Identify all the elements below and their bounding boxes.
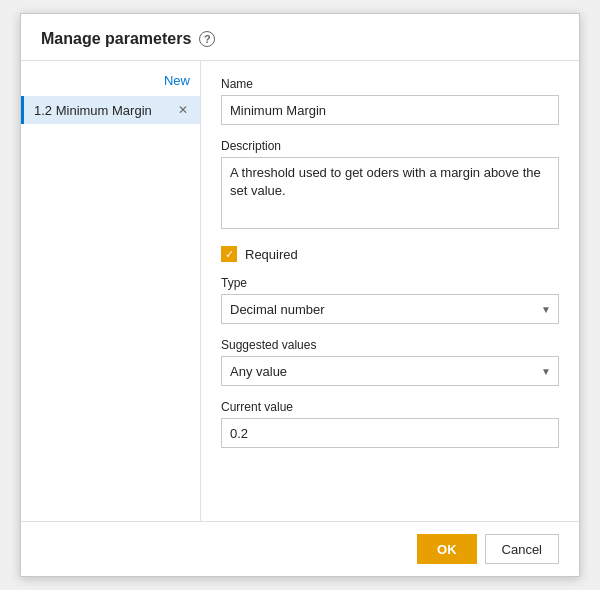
type-field-group: Type Decimal number Whole number Text Da… xyxy=(221,276,559,324)
help-icon[interactable]: ? xyxy=(199,31,215,47)
current-value-label: Current value xyxy=(221,400,559,414)
type-select-wrapper: Decimal number Whole number Text Date Da… xyxy=(221,294,559,324)
new-link[interactable]: New xyxy=(164,73,190,88)
type-label: Type xyxy=(221,276,559,290)
main-content: Name Description A threshold used to get… xyxy=(201,61,579,521)
dialog-title: Manage parameters xyxy=(41,30,191,48)
sidebar-header: New xyxy=(21,69,200,96)
suggested-values-field-group: Suggested values Any value List of value… xyxy=(221,338,559,386)
checkmark-icon: ✓ xyxy=(225,249,234,260)
required-label: Required xyxy=(245,247,298,262)
sidebar: New 1.2 Minimum Margin ✕ xyxy=(21,61,201,521)
sidebar-item-close-icon[interactable]: ✕ xyxy=(176,102,190,118)
description-input[interactable]: A threshold used to get oders with a mar… xyxy=(221,157,559,229)
current-value-field-group: Current value xyxy=(221,400,559,448)
description-label: Description xyxy=(221,139,559,153)
name-field-group: Name xyxy=(221,77,559,125)
current-value-input[interactable] xyxy=(221,418,559,448)
dialog-body: New 1.2 Minimum Margin ✕ Name Descriptio… xyxy=(21,61,579,521)
description-field-group: Description A threshold used to get oder… xyxy=(221,139,559,232)
required-row: ✓ Required xyxy=(221,246,559,262)
required-checkbox[interactable]: ✓ xyxy=(221,246,237,262)
suggested-values-select-wrapper: Any value List of values Range ▼ xyxy=(221,356,559,386)
suggested-values-select[interactable]: Any value List of values Range xyxy=(221,356,559,386)
name-label: Name xyxy=(221,77,559,91)
dialog-header: Manage parameters ? xyxy=(21,14,579,61)
sidebar-item[interactable]: 1.2 Minimum Margin ✕ xyxy=(21,96,200,124)
name-input[interactable] xyxy=(221,95,559,125)
manage-parameters-dialog: Manage parameters ? New 1.2 Minimum Marg… xyxy=(20,13,580,577)
cancel-button[interactable]: Cancel xyxy=(485,534,559,564)
type-select[interactable]: Decimal number Whole number Text Date Da… xyxy=(221,294,559,324)
dialog-footer: OK Cancel xyxy=(21,521,579,576)
sidebar-item-label: 1.2 Minimum Margin xyxy=(34,103,152,118)
ok-button[interactable]: OK xyxy=(417,534,477,564)
suggested-values-label: Suggested values xyxy=(221,338,559,352)
